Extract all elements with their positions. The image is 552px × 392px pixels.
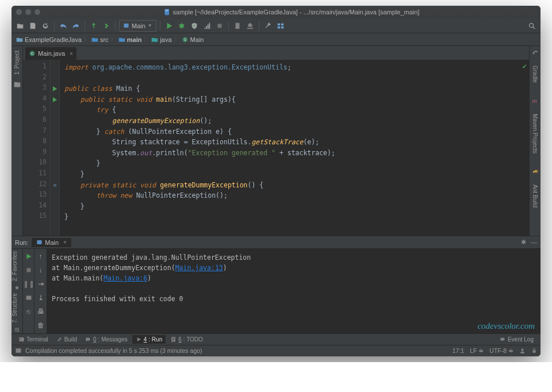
sidebar-tab-favorites[interactable]: 2: Favorites <box>12 249 18 285</box>
sidebar-tab-project[interactable]: 1: Project <box>14 48 20 77</box>
gutter-marks[interactable]: ⊘ <box>51 60 60 236</box>
titlebar: sample [~/IdeaProjects/ExampleGradleJava… <box>12 6 540 18</box>
breadcrumb-item-src[interactable]: src <box>91 36 109 43</box>
tool-tab-todo[interactable]: 6: TODO <box>167 335 206 344</box>
svg-text:m: m <box>532 98 536 104</box>
print-icon[interactable]: 🖶 <box>36 306 46 317</box>
project-view-icon[interactable] <box>13 80 21 89</box>
right-sidebar: Gradle m Maven Projects Ant Build <box>529 46 540 236</box>
svg-rect-21 <box>500 338 504 341</box>
undo-icon[interactable] <box>58 21 68 31</box>
todo-icon <box>170 336 177 343</box>
svg-rect-3 <box>124 24 128 28</box>
sidebar-tab-maven[interactable]: Maven Projects <box>532 112 538 156</box>
close-tab-icon[interactable]: × <box>70 51 73 57</box>
main-area: 1: Project C Main.java × 123456789101112… <box>12 46 540 236</box>
run-actions-primary: ❚❚ ⎋ <box>23 249 34 333</box>
run-tab[interactable]: Main × <box>32 238 71 247</box>
console-output[interactable]: Exception generated java.lang.NullPointe… <box>47 249 540 333</box>
exit-icon[interactable]: ⎋ <box>24 306 34 317</box>
soft-wrap-icon[interactable]: ⇥ <box>36 279 46 289</box>
scroll-end-icon[interactable]: ⤓ <box>36 293 46 303</box>
debug-icon[interactable] <box>177 21 187 31</box>
refresh-icon[interactable] <box>40 21 51 31</box>
tool-tab-build[interactable]: Build <box>53 335 80 344</box>
hector-icon[interactable] <box>519 348 526 354</box>
editor-tabs: C Main.java × <box>23 46 529 60</box>
clear-icon[interactable]: 🗑 <box>36 320 46 330</box>
left-sidebar: 1: Project <box>12 46 23 236</box>
svg-rect-22 <box>16 349 21 353</box>
run-header: Run: Main × ✱ — <box>12 236 540 249</box>
tool-tab-messages[interactable]: 0: Messages <box>82 335 131 344</box>
run-left-rail: 2: Favorites ★ 7: Structure ⧉ <box>12 249 23 333</box>
tool-tab-event-log[interactable]: Event Log <box>496 335 537 344</box>
sidebar-tab-ant[interactable]: Ant Build <box>532 182 538 210</box>
editor-tab-main[interactable]: C Main.java × <box>25 47 76 60</box>
code-content[interactable]: import org.apache.commons.lang3.exceptio… <box>60 60 529 236</box>
tool-tab-terminal[interactable]: Terminal <box>15 335 52 344</box>
close-tab-icon[interactable]: × <box>63 239 67 245</box>
run-icon[interactable] <box>164 21 174 31</box>
close-window-icon[interactable] <box>16 9 22 15</box>
vcs-commit-icon[interactable] <box>101 21 112 31</box>
vcs-update-icon[interactable] <box>89 21 99 31</box>
ant-icon[interactable] <box>531 167 539 175</box>
breadcrumb-item-class[interactable]: C Main <box>182 36 204 43</box>
svg-rect-18 <box>19 337 24 341</box>
svg-text:C: C <box>31 52 34 55</box>
gear-icon[interactable]: ✱ <box>521 239 526 246</box>
minimize-panel-icon[interactable]: — <box>531 239 537 246</box>
main-toolbar: Main ▼ <box>12 18 540 33</box>
editor-tab-label: Main.java <box>38 50 65 57</box>
sidebar-tab-structure[interactable]: 7: Structure <box>12 291 18 326</box>
run-config-icon <box>123 22 129 29</box>
profile-icon[interactable] <box>202 21 212 31</box>
tool-tab-run[interactable]: 4: Run <box>132 335 166 344</box>
breadcrumb-item-java[interactable]: java <box>151 36 171 43</box>
coverage-icon[interactable] <box>189 21 200 31</box>
stop-icon[interactable] <box>24 265 34 275</box>
run-config-selector[interactable]: Main ▼ <box>119 20 156 32</box>
dropdown-arrow-icon: ▼ <box>148 23 152 28</box>
stop-icon[interactable] <box>214 21 225 31</box>
pause-icon[interactable]: ❚❚ <box>24 279 34 289</box>
svg-rect-2 <box>165 11 168 11</box>
lock-icon[interactable] <box>531 348 537 353</box>
maximize-window-icon[interactable] <box>34 9 40 15</box>
window-controls[interactable] <box>16 9 40 15</box>
inspection-ok-icon[interactable]: ✔ <box>523 62 527 70</box>
settings-wrench-icon[interactable] <box>263 21 273 31</box>
event-log-icon <box>500 336 506 343</box>
open-file-icon[interactable] <box>15 21 25 31</box>
up-stack-icon[interactable]: ↑ <box>36 251 46 262</box>
sidebar-tab-gradle[interactable]: Gradle <box>532 63 538 85</box>
search-icon[interactable] <box>527 21 537 31</box>
maven-icon[interactable]: m <box>531 97 539 105</box>
run-tool-window: Run: Main × ✱ — 2: Favorites ★ 7: Struct… <box>12 236 540 333</box>
rerun-icon[interactable] <box>24 251 34 262</box>
code-editor[interactable]: 123456789101112131415 ⊘ import org.apach… <box>23 60 529 236</box>
sdk-icon[interactable] <box>245 21 255 31</box>
dump-threads-icon[interactable] <box>24 293 34 303</box>
cursor-position[interactable]: 17:1 <box>453 347 464 354</box>
run-small-icon <box>136 336 142 343</box>
line-separator[interactable]: LF ≑ <box>470 347 484 354</box>
gradle-icon[interactable] <box>531 48 539 56</box>
file-encoding[interactable]: UTF-8 ≑ <box>489 347 513 354</box>
folder-icon <box>91 36 98 43</box>
breadcrumb-item-project[interactable]: ExampleGradleJava <box>16 36 82 43</box>
svg-point-13 <box>532 171 535 173</box>
line-gutter[interactable]: 123456789101112131415 <box>23 60 51 236</box>
minimize-window-icon[interactable] <box>25 9 31 15</box>
breadcrumb: ExampleGradleJava 〉 src 〉 main 〉 java 〉 … <box>12 33 540 46</box>
save-icon[interactable] <box>28 21 38 31</box>
run-tab-label: Main <box>45 239 59 246</box>
status-icon[interactable] <box>15 347 22 354</box>
down-stack-icon[interactable]: ↓ <box>36 265 46 275</box>
breadcrumb-item-main[interactable]: main <box>118 36 142 43</box>
project-structure-icon[interactable] <box>275 21 286 31</box>
redo-icon[interactable] <box>71 21 81 31</box>
svg-rect-19 <box>86 338 90 341</box>
avd-icon[interactable] <box>232 21 243 31</box>
